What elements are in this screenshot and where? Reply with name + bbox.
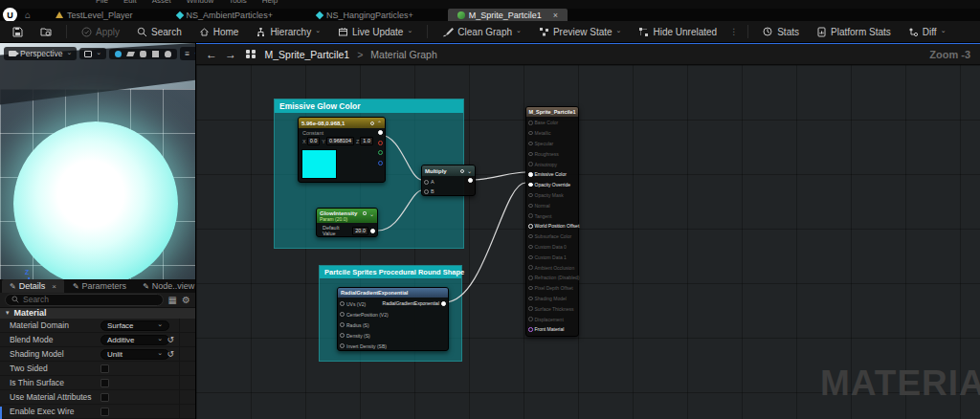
material-preview-viewport[interactable]: Perspective ⌄ ⌄ ≡ [0,43,195,279]
property-checkbox[interactable] [100,379,109,387]
material-section-header[interactable]: ▾ Material [0,307,195,319]
search-input[interactable] [23,295,157,304]
radialgradientexponential-node[interactable]: RadialGradientExponential UVs (V2) [337,287,449,351]
node-title[interactable]: GlowIntensity ⌄ Param (20.0) [317,209,377,223]
material-input-pin[interactable] [528,286,533,291]
settings-gear-icon[interactable]: ⚙ [182,295,190,305]
tab-close-icon[interactable]: × [553,11,558,20]
radial-output-pin[interactable] [441,301,446,306]
material-input-pin[interactable] [528,255,533,260]
b-output-pin[interactable] [378,161,383,165]
browse-to-asset-button[interactable] [33,25,58,39]
material-input-pin[interactable] [528,183,533,187]
constant3vector-node[interactable]: 5.96e-08,0.968,1 ⌃ Constant X 0.0 [298,117,386,183]
editor-tab[interactable]: M_Sprite_Partcile1 × [448,9,568,21]
rgb-output-pin[interactable] [378,130,383,135]
multiply-output-pin[interactable] [468,178,473,183]
material-input-pin[interactable] [528,306,533,311]
save-button[interactable] [6,25,30,39]
stats-button[interactable]: Stats [756,25,806,39]
menu-edit[interactable]: Edit [123,0,137,5]
material-input-pin[interactable] [528,276,533,280]
material-input-pin[interactable] [528,245,533,250]
preview-state-button[interactable]: Preview State ⌄ [532,25,629,39]
input-pin[interactable] [340,322,345,327]
reset-to-default-icon[interactable]: ↺ [167,335,174,344]
input-pin[interactable] [340,312,345,317]
chevron-down-icon[interactable]: ⌄ [467,167,472,174]
property-checkbox[interactable] [100,364,109,373]
details-search-box[interactable] [5,294,164,306]
display-filter-icon[interactable]: ▦ [168,295,177,305]
material-input-pin[interactable] [528,162,533,166]
material-input-pin[interactable] [528,131,533,136]
cylinder-shape-icon[interactable] [140,51,146,57]
menu-tools[interactable]: Tools [229,0,247,5]
material-input-pin[interactable] [528,172,533,177]
reset-to-default-icon[interactable]: ↺ [167,349,174,359]
material-input-pin[interactable] [528,193,533,198]
editor-tab[interactable]: NS_HangingParticles+ [307,9,423,21]
diff-button[interactable]: Diff ⌄ [902,25,953,39]
material-input-pin[interactable] [528,152,533,157]
hierarchy-button[interactable]: Hierarchy ⌄ [249,25,327,39]
material-input-pin[interactable] [528,213,533,218]
editor-tab[interactable]: NS_AmbientParticles+ [167,9,282,21]
glowintensity-param-node[interactable]: GlowIntensity ⌄ Param (20.0) Default Val… [316,208,378,237]
teapot-shape-icon[interactable] [165,51,171,57]
material-input-pin[interactable] [528,297,533,301]
r-output-pin[interactable] [378,141,383,145]
comment-title[interactable]: Partcile Sprites Procedural Round Shape [320,266,461,278]
collapse-icon[interactable]: ⌃ [377,120,382,126]
editor-tab[interactable]: TestLevel_Player [46,9,143,21]
property-dropdown[interactable]: Unlit ⌄ [100,349,169,360]
axis-value-input[interactable]: 0.968104 [326,137,354,145]
menu-window[interactable]: Window [187,0,213,5]
input-pin[interactable] [424,189,429,194]
forward-arrow-icon[interactable]: → [225,48,236,61]
node-title[interactable]: M_Sprite_Partcile1 [526,107,578,117]
material-input-pin[interactable] [528,234,533,239]
preview-toggle-icon[interactable] [370,121,374,125]
menu-file[interactable]: File [96,0,108,5]
input-pin[interactable] [340,301,345,306]
material-input-pin[interactable] [528,317,533,321]
menu-asset[interactable]: Asset [152,0,171,5]
material-input-pin[interactable] [528,142,533,146]
property-checkbox[interactable] [100,393,109,402]
cube-shape-icon[interactable] [152,51,159,57]
hide-unrelated-button[interactable]: Hide Unrelated [632,25,724,39]
preview-toggle-icon[interactable] [460,169,464,173]
platform-stats-button[interactable]: Platform Stats [810,25,898,39]
camera-mode-dropdown[interactable]: Perspective ⌄ [4,47,77,60]
unreal-logo-icon[interactable]: U [3,8,17,22]
material-input-pin[interactable] [528,224,533,229]
graph-canvas[interactable]: MATERIAL Emissive Glow Color Partcile Sp… [196,65,980,419]
axis-value-input[interactable]: 0.0 [307,137,321,145]
home-button[interactable]: Home [192,25,246,39]
material-input-pin[interactable] [528,265,533,270]
clean-graph-button[interactable]: Clean Graph ⌄ [435,25,528,39]
menu-help[interactable]: Help [262,0,278,5]
viewport-options-menu[interactable]: ≡ ⌄ [180,47,195,60]
material-input-pin[interactable] [528,327,533,332]
node-title[interactable]: 5.96e-08,0.968,1 ⌃ [299,118,385,128]
node-title[interactable]: Multiply ⌄ [422,165,475,176]
toolbar-overflow-icon[interactable]: ⋮ [729,27,738,36]
details-tab[interactable]: ✎ Parameters [65,279,134,293]
comment-title[interactable]: Emissive Glow Color [275,99,463,113]
details-tab[interactable]: ✎ Details × [2,279,64,293]
view-mode-dropdown[interactable]: ⌄ [79,48,106,59]
back-arrow-icon[interactable]: ← [206,48,217,61]
chevron-down-icon[interactable]: ⌄ [369,210,374,217]
search-button[interactable]: Search [130,25,189,39]
plane-shape-icon[interactable] [126,52,135,56]
preview-toggle-icon[interactable] [363,211,367,215]
node-title[interactable]: RadialGradientExponential [338,288,448,298]
g-output-pin[interactable] [378,150,383,155]
apply-button[interactable]: Apply [75,25,126,39]
param-output-pin[interactable] [370,229,375,233]
material-input-pin[interactable] [528,204,533,209]
sphere-shape-icon[interactable] [115,51,122,57]
property-checkbox[interactable] [100,408,109,416]
